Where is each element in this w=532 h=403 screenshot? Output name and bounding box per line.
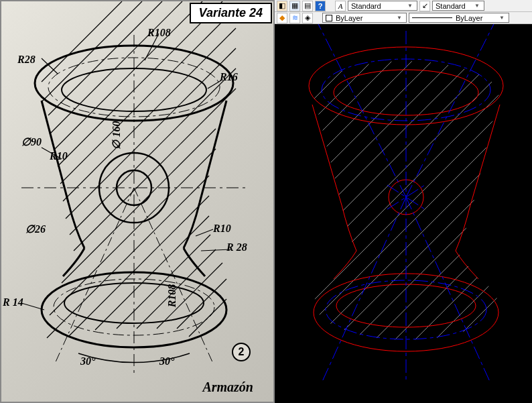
cad-viewport[interactable] (275, 24, 532, 403)
dim-phi90: ∅90 (21, 135, 42, 148)
chevron-down-icon: ▼ (395, 14, 403, 22)
svg-line-35 (208, 80, 221, 89)
dim-phi26: ∅26 (25, 223, 46, 235)
cad-panel: ◧ ▦ ▤ ? A Standard ▼ ↙ Standard ▼ ◆ ≋ ◈ … (275, 0, 532, 403)
cad-svg (275, 24, 532, 403)
svg-line-50 (288, 24, 529, 245)
svg-line-17 (58, 1, 222, 166)
svg-line-69 (312, 105, 342, 205)
dim-r10-right: R10 (213, 223, 231, 235)
dim-r10-left: R10 (50, 150, 68, 162)
chevron-down-icon: ▼ (406, 2, 414, 10)
dim-r16: R16 (220, 71, 238, 83)
svg-line-77 (406, 24, 497, 197)
svg-line-61 (391, 225, 529, 363)
toolbar-row-2: ◆ ≋ ◈ ByLayer ▼ ByLayer ▼ (275, 12, 532, 24)
combo-value: ByLayer (456, 14, 482, 22)
svg-line-44 (288, 24, 415, 125)
chevron-down-icon: ▼ (473, 2, 481, 10)
svg-line-57 (311, 145, 529, 363)
layers-icon[interactable]: ≋ (289, 13, 300, 23)
dim-r28-right: R 28 (226, 241, 247, 253)
drawing-background (1, 1, 273, 402)
svg-line-78 (322, 197, 406, 383)
svg-line-70 (470, 105, 500, 205)
svg-line-43 (288, 24, 395, 105)
svg-line-42 (288, 24, 375, 84)
combo-value: Standard (351, 2, 381, 10)
line-swatch (412, 17, 452, 18)
svg-line-76 (315, 24, 406, 197)
dim-style-icon[interactable]: ↙ (419, 1, 430, 11)
dim-30-right: 30° (159, 355, 174, 367)
svg-line-25 (47, 176, 209, 338)
svg-line-62 (411, 245, 529, 363)
dim-r14: R 14 (3, 296, 23, 308)
svg-line-63 (431, 266, 529, 363)
combo-value: Standard (436, 2, 466, 10)
dim-r28-top: R28 (17, 54, 36, 66)
color-swatch (326, 15, 332, 21)
svg-line-79 (406, 197, 490, 383)
toolbar-icon[interactable]: ◧ (277, 1, 287, 11)
toolbar-icon[interactable]: ▦ (289, 1, 300, 11)
text-style-combo[interactable]: Standard ▼ (348, 1, 417, 11)
svg-line-58 (331, 165, 529, 363)
text-style-icon[interactable]: A (335, 1, 346, 11)
svg-line-13 (42, 1, 142, 102)
combo-value: ByLayer (336, 14, 362, 22)
svg-line-53 (288, 64, 529, 306)
svg-line-46 (288, 24, 456, 165)
svg-line-32 (189, 299, 226, 337)
svg-line-31 (177, 279, 226, 329)
help-icon[interactable]: ? (315, 1, 326, 11)
layer-icon-2[interactable]: ◈ (302, 13, 313, 23)
svg-line-21 (70, 68, 236, 235)
svg-line-11 (134, 188, 213, 363)
svg-line-64 (452, 286, 529, 363)
dim-style-combo[interactable]: Standard ▼ (432, 1, 484, 11)
svg-line-52 (288, 44, 529, 286)
svg-line-55 (288, 105, 529, 346)
reference-drawing-panel: Variante 24 R108 R28 R16 ∅90 R10 ∅ 160 ∅… (0, 0, 275, 403)
dim-phi160: ∅ 160 (110, 121, 123, 150)
svg-line-10 (55, 188, 134, 363)
toolbar-row-1: ◧ ▦ ▤ ? A Standard ▼ ↙ Standard ▼ (275, 0, 532, 12)
svg-line-45 (288, 24, 436, 145)
svg-line-16 (54, 1, 202, 150)
svg-line-54 (288, 84, 529, 326)
color-combo[interactable]: ByLayer ▼ (322, 13, 407, 23)
dim-30-left: 30° (80, 355, 95, 367)
svg-line-39 (21, 303, 44, 310)
variant-label: Variante 24 (190, 3, 272, 23)
calculator-icon[interactable]: ▤ (302, 1, 313, 11)
chevron-down-icon: ▼ (498, 14, 506, 22)
reference-svg (1, 1, 276, 403)
part-name: Armazón (202, 380, 253, 395)
linetype-combo[interactable]: ByLayer ▼ (409, 13, 509, 23)
svg-line-23 (62, 129, 216, 283)
svg-line-22 (74, 89, 236, 251)
dim-r108-bottom: R108 (166, 284, 178, 308)
sheet-badge: 2 (232, 343, 251, 361)
layer-icon[interactable]: ◆ (277, 13, 287, 23)
dim-r108-top: R108 (147, 27, 171, 39)
